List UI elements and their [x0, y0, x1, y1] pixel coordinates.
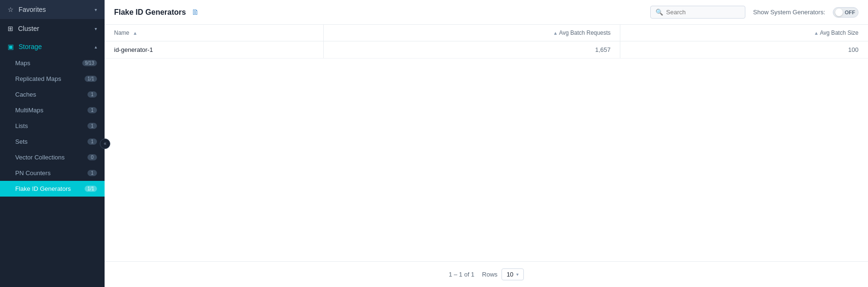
col-avg-batch-size[interactable]: ▲ Avg Batch Size	[620, 25, 868, 41]
content-area: Flake ID Generators 🗎 🔍 Show System Gene…	[105, 0, 868, 287]
nav-label: Caches	[15, 91, 36, 98]
badge: 1	[87, 91, 97, 98]
nav-label: Replicated Maps	[15, 75, 61, 82]
badge: 1/1	[85, 186, 97, 192]
sidebar: ☆ Favorites ▾ ⊞ Cluster ▾ ▣ Storage ▴ Ma…	[0, 0, 105, 287]
page-title: Flake ID Generators	[114, 8, 186, 17]
grid-icon: ⊞	[8, 25, 13, 32]
page-info: 1 – 1 of 1	[449, 271, 474, 278]
sidebar-item-sets[interactable]: Sets1	[0, 134, 105, 149]
sidebar-item-vector-collections[interactable]: Vector Collections0	[0, 149, 105, 165]
sidebar-item-flake-id-generators[interactable]: Flake ID Generators1/1	[0, 181, 105, 197]
search-input[interactable]	[666, 9, 740, 16]
content-header: Flake ID Generators 🗎 🔍 Show System Gene…	[105, 0, 868, 25]
nav-label: Maps	[15, 59, 30, 67]
table-container: Name ▲ ▲ Avg Batch Requests ▲ Avg Batch …	[105, 25, 868, 261]
badge: 1	[87, 170, 97, 176]
sidebar-item-replicated-maps[interactable]: Replicated Maps1/1	[0, 71, 105, 87]
badge: 1	[87, 123, 97, 129]
cell-avg-batch-size: 100	[620, 41, 868, 59]
rows-value: 10	[507, 271, 513, 278]
chevron-up-icon: ▴	[95, 44, 97, 49]
storage-label: Storage	[19, 43, 42, 50]
nav-label: Flake ID Generators	[15, 185, 71, 192]
sidebar-nav-list: Maps9/13Replicated Maps1/1Caches1MultiMa…	[0, 55, 105, 197]
cluster-label: Cluster	[18, 25, 39, 32]
rows-per-page-select[interactable]: 10 ▾	[502, 268, 524, 280]
collapse-sidebar-button[interactable]: «	[100, 139, 110, 149]
search-box[interactable]: 🔍	[650, 6, 745, 19]
sidebar-item-caches[interactable]: Caches1	[0, 87, 105, 102]
nav-label: Lists	[15, 122, 28, 129]
table-row[interactable]: id-generator-1 1,657 100	[105, 41, 868, 59]
toggle-knob	[835, 9, 843, 16]
col-name[interactable]: Name ▲	[105, 25, 323, 41]
badge: 1	[87, 139, 97, 145]
header-right: 🔍 Show System Generators: OFF	[650, 6, 858, 19]
sidebar-item-maps[interactable]: Maps9/13	[0, 55, 105, 71]
pagination: 1 – 1 of 1 Rows 10 ▾	[105, 261, 868, 287]
storage-icon: ▣	[8, 43, 14, 50]
chevron-down-icon: ▾	[95, 26, 97, 31]
badge: 9/13	[82, 60, 97, 66]
document-icon[interactable]: 🗎	[192, 8, 199, 17]
star-icon: ☆	[8, 6, 14, 13]
nav-label: Vector Collections	[15, 154, 65, 161]
search-icon: 🔍	[656, 9, 663, 16]
toggle-label: OFF	[845, 10, 856, 15]
nav-label: MultiMaps	[15, 107, 43, 114]
sort-icon: ▲	[553, 30, 558, 36]
rows-label: Rows	[482, 271, 498, 278]
sidebar-item-multimaps[interactable]: MultiMaps1	[0, 102, 105, 118]
table-body: id-generator-1 1,657 100	[105, 41, 868, 59]
data-table: Name ▲ ▲ Avg Batch Requests ▲ Avg Batch …	[105, 25, 868, 59]
rows-select: Rows 10 ▾	[482, 268, 524, 280]
sort-icon: ▲	[814, 30, 819, 36]
cell-avg-batch-requests: 1,657	[324, 41, 620, 59]
sort-icon: ▲	[133, 30, 137, 36]
sidebar-item-lists[interactable]: Lists1	[0, 118, 105, 134]
system-generators-label: Show System Generators:	[753, 9, 825, 16]
system-generators-toggle[interactable]: OFF	[833, 7, 858, 18]
badge: 1/1	[85, 76, 97, 82]
table-header-row: Name ▲ ▲ Avg Batch Requests ▲ Avg Batch …	[105, 25, 868, 41]
chevron-down-icon: ▾	[95, 7, 97, 12]
badge: 0	[87, 154, 97, 160]
sidebar-item-storage[interactable]: ▣ Storage ▴	[0, 38, 105, 55]
sidebar-item-favorites[interactable]: ☆ Favorites ▾	[0, 0, 105, 19]
sidebar-item-cluster[interactable]: ⊞ Cluster ▾	[0, 19, 105, 38]
chevron-down-icon: ▾	[516, 272, 519, 277]
nav-label: PN Counters	[15, 169, 50, 177]
nav-label: Sets	[15, 138, 28, 145]
main-content: Flake ID Generators 🗎 🔍 Show System Gene…	[105, 0, 868, 287]
badge: 1	[87, 107, 97, 113]
cell-name: id-generator-1	[105, 41, 323, 59]
sidebar-item-pn-counters[interactable]: PN Counters1	[0, 165, 105, 181]
col-avg-batch-requests[interactable]: ▲ Avg Batch Requests	[324, 25, 620, 41]
favorites-label: Favorites	[19, 6, 46, 13]
